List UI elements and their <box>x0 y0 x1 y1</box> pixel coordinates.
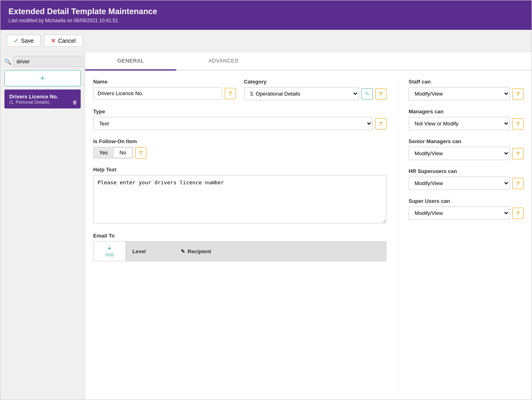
email-to-field-group: Email To + Add Level <box>93 233 386 261</box>
follow-on-toggle: Yes No <box>93 147 133 158</box>
senior-managers-row: Modify/View View Only Not View or Modify… <box>409 147 524 160</box>
type-label: Type <box>93 108 386 115</box>
email-col-recipient-header: ✎ Recipient <box>174 242 386 261</box>
help-text-label: Help Text <box>93 167 386 173</box>
managers-can-label: Managers can <box>409 108 524 115</box>
name-help-button[interactable]: ? <box>225 88 236 99</box>
sidebar: 🔍 + Drivers Licence No. (1. Personal Det… <box>0 52 85 400</box>
last-modified: Last modified by Michaella on 06/09/2021… <box>8 18 524 23</box>
page-title: Extended Detail Template Maintenance <box>8 7 524 16</box>
super-users-row: Modify/View View Only Not View or Modify… <box>409 206 524 220</box>
hr-superusers-help-button[interactable]: ? <box>512 178 524 189</box>
cancel-label: Cancel <box>58 38 76 44</box>
category-edit-button[interactable]: ✎ <box>361 88 373 100</box>
email-to-label: Email To <box>93 233 386 239</box>
type-input-row: Text Date Number Yes/No ? <box>93 117 386 130</box>
type-field-group: Type Text Date Number Yes/No ? <box>93 108 386 130</box>
senior-managers-can-group: Senior Managers can Modify/View View Onl… <box>409 138 524 160</box>
type-help-button[interactable]: ? <box>375 118 386 129</box>
email-add-cell[interactable]: + Add <box>94 242 126 261</box>
staff-can-label: Staff can <box>409 79 524 85</box>
category-field-group: Category 1. Personal Details 2. Contact … <box>244 79 387 100</box>
name-label: Name <box>93 79 236 85</box>
name-input[interactable] <box>93 87 222 100</box>
pencil-icon: ✎ <box>181 248 185 254</box>
delete-icon[interactable]: 🗑 <box>73 100 77 105</box>
senior-managers-help-button[interactable]: ? <box>512 148 524 159</box>
follow-on-help-button[interactable]: ? <box>135 147 146 158</box>
hr-superusers-select[interactable]: Modify/View View Only Not View or Modify <box>409 177 510 190</box>
toolbar: ✓ Save ✕ Cancel <box>0 30 532 52</box>
category-input-row: 1. Personal Details 2. Contact Details 3… <box>244 87 387 100</box>
help-text-input[interactable]: Please enter your drivers licence number <box>93 175 386 223</box>
staff-can-select[interactable]: Modify/View View Only Not View or Modify <box>409 87 510 100</box>
super-users-select[interactable]: Modify/View View Only Not View or Modify <box>409 206 510 220</box>
super-users-help-button[interactable]: ? <box>512 208 524 219</box>
search-input[interactable] <box>13 56 88 67</box>
email-table: + Add Level ✎ Recipient <box>93 241 386 261</box>
staff-can-row: Modify/View View Only Not View or Modify… <box>409 87 524 100</box>
add-item-button[interactable]: + <box>4 70 81 86</box>
list-item[interactable]: Drivers Licence No. (1. Personal Details… <box>4 90 81 108</box>
tab-advanced[interactable]: ADVANCED <box>176 52 271 71</box>
sidebar-item-sub: (1. Personal Details) <box>9 100 76 104</box>
follow-on-label: Is Follow-On Item <box>93 138 386 144</box>
name-input-row: ? <box>93 87 236 100</box>
name-field-group: Name ? <box>93 79 236 100</box>
managers-can-help-button[interactable]: ? <box>512 118 524 129</box>
help-text-field-group: Help Text Please enter your drivers lice… <box>93 167 386 225</box>
hr-superusers-row: Modify/View View Only Not View or Modify… <box>409 177 524 190</box>
email-add-label: Add <box>105 252 114 258</box>
staff-can-group: Staff can Modify/View View Only Not View… <box>409 79 524 100</box>
super-users-can-group: Super Users can Modify/View View Only No… <box>409 198 524 220</box>
hr-superusers-can-group: HR Superusers can Modify/View View Only … <box>409 168 524 190</box>
follow-on-toggle-row: Yes No ? <box>93 147 386 158</box>
main-layout: 🔍 + Drivers Licence No. (1. Personal Det… <box>0 52 532 400</box>
cancel-x-icon: ✕ <box>51 38 56 44</box>
managers-can-row: Modify/View View Only Not View or Modify… <box>409 117 524 130</box>
email-add-icon: + <box>108 245 111 252</box>
senior-managers-select[interactable]: Modify/View View Only Not View or Modify <box>409 147 510 160</box>
form-content: Name ? Category 1. Personal Details <box>85 71 532 400</box>
email-table-header: + Add Level ✎ Recipient <box>94 242 386 261</box>
sidebar-item-name: Drivers Licence No. <box>9 94 76 100</box>
cancel-button[interactable]: ✕ Cancel <box>44 35 83 47</box>
follow-on-no[interactable]: No <box>113 147 132 158</box>
category-select[interactable]: 1. Personal Details 2. Contact Details 3… <box>244 87 359 100</box>
follow-on-field-group: Is Follow-On Item Yes No ? <box>93 138 386 158</box>
category-label: Category <box>244 79 387 85</box>
category-help-button[interactable]: ? <box>375 88 386 100</box>
search-icon: 🔍 <box>4 58 11 65</box>
save-button[interactable]: ✓ Save <box>7 35 41 47</box>
content-area: GENERAL ADVANCED Name ? <box>85 52 532 400</box>
app-header: Extended Detail Template Maintenance Las… <box>0 0 532 30</box>
save-label: Save <box>21 38 34 44</box>
save-check-icon: ✓ <box>14 38 19 44</box>
type-select[interactable]: Text Date Number Yes/No <box>93 117 373 130</box>
senior-managers-label: Senior Managers can <box>409 138 524 144</box>
name-category-row: Name ? Category 1. Personal Details <box>93 79 386 100</box>
email-col-level-header: Level <box>126 242 174 261</box>
hr-superusers-label: HR Superusers can <box>409 168 524 174</box>
form-left: Name ? Category 1. Personal Details <box>93 79 386 392</box>
follow-on-yes[interactable]: Yes <box>94 147 113 158</box>
managers-can-group: Managers can Modify/View View Only Not V… <box>409 108 524 130</box>
tab-general[interactable]: GENERAL <box>85 52 176 71</box>
form-right: Staff can Modify/View View Only Not View… <box>398 79 524 392</box>
tabs: GENERAL ADVANCED <box>85 52 532 71</box>
search-row: 🔍 <box>4 56 81 67</box>
managers-can-select[interactable]: Modify/View View Only Not View or Modify <box>409 117 510 130</box>
staff-can-help-button[interactable]: ? <box>512 88 524 100</box>
super-users-label: Super Users can <box>409 198 524 204</box>
